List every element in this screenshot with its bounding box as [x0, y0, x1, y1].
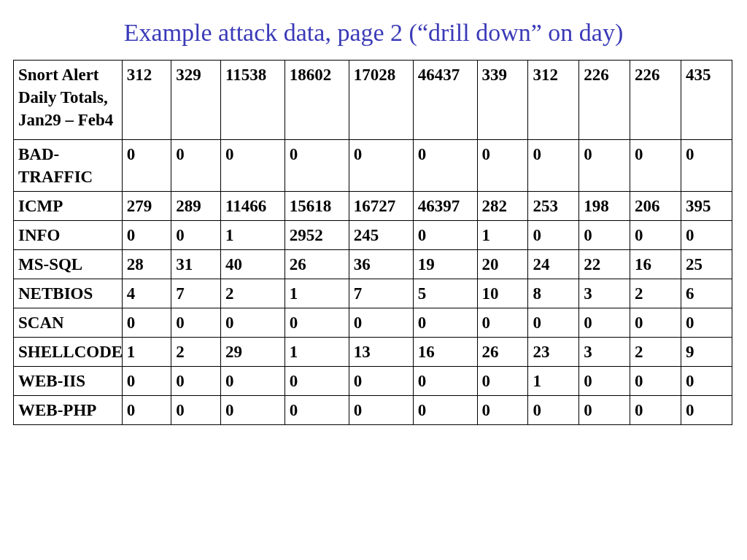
data-cell: 7	[349, 279, 413, 308]
data-cell: 0	[349, 140, 413, 192]
data-cell: 0	[528, 396, 579, 425]
data-cell: 16	[630, 250, 681, 279]
data-cell: 0	[285, 367, 349, 396]
row-label-cell: NETBIOS	[14, 279, 123, 308]
header-value-cell: 18602	[285, 61, 349, 140]
data-cell: 0	[579, 396, 630, 425]
data-cell: 0	[630, 308, 681, 338]
data-cell: 0	[220, 308, 285, 338]
table-row: SHELLCODE1229113162623329	[14, 338, 732, 367]
data-cell: 16	[413, 338, 477, 367]
data-cell: 206	[630, 192, 681, 221]
header-value-cell: 17028	[349, 61, 413, 140]
data-cell: 29	[220, 338, 285, 367]
data-cell: 0	[413, 308, 477, 338]
data-cell: 0	[122, 396, 171, 425]
data-cell: 25	[681, 250, 732, 279]
data-cell: 0	[579, 140, 630, 192]
data-cell: 1	[528, 367, 579, 396]
data-cell: 0	[171, 367, 221, 396]
data-cell: 0	[528, 308, 579, 338]
data-cell: 0	[681, 308, 732, 338]
data-cell: 198	[579, 192, 630, 221]
data-cell: 13	[349, 338, 413, 367]
data-cell: 4	[122, 279, 171, 308]
header-value-cell: 435	[681, 61, 732, 140]
header-value-cell: 226	[579, 61, 630, 140]
data-cell: 40	[220, 250, 285, 279]
data-cell: 6	[681, 279, 732, 308]
header-value-cell: 312	[122, 61, 171, 140]
data-cell: 0	[122, 308, 171, 338]
data-cell: 1	[477, 221, 528, 250]
data-cell: 1	[220, 221, 285, 250]
header-value-cell: 339	[477, 61, 528, 140]
data-cell: 0	[220, 140, 285, 192]
data-cell: 0	[579, 308, 630, 338]
row-label-cell: BAD-TRAFFIC	[14, 140, 123, 192]
data-cell: 0	[122, 221, 171, 250]
data-cell: 0	[122, 367, 171, 396]
data-cell: 253	[528, 192, 579, 221]
table-row: MS-SQL2831402636192024221625	[14, 250, 732, 279]
row-label-cell: WEB-IIS	[14, 367, 123, 396]
data-cell: 1	[285, 279, 349, 308]
data-cell: 15618	[285, 192, 349, 221]
table-row: NETBIOS472175108326	[14, 279, 732, 308]
data-cell: 289	[171, 192, 221, 221]
data-cell: 0	[477, 367, 528, 396]
data-cell: 11466	[220, 192, 285, 221]
row-label-cell: ICMP	[14, 192, 123, 221]
data-cell: 1	[122, 338, 171, 367]
data-cell: 19	[413, 250, 477, 279]
data-cell: 0	[413, 221, 477, 250]
data-cell: 0	[681, 396, 732, 425]
data-cell: 26	[285, 250, 349, 279]
data-cell: 2	[171, 338, 221, 367]
header-value-cell: 329	[171, 61, 221, 140]
data-cell: 0	[171, 308, 221, 338]
data-cell: 0	[681, 140, 732, 192]
data-cell: 46397	[413, 192, 477, 221]
data-cell: 0	[285, 396, 349, 425]
data-cell: 0	[220, 396, 285, 425]
table-row: SCAN00000000000	[14, 308, 732, 338]
data-cell: 2	[630, 279, 681, 308]
data-cell: 0	[220, 367, 285, 396]
data-cell: 0	[630, 140, 681, 192]
data-cell: 0	[681, 221, 732, 250]
data-cell: 0	[528, 221, 579, 250]
data-cell: 395	[681, 192, 732, 221]
data-cell: 28	[122, 250, 171, 279]
data-cell: 0	[579, 367, 630, 396]
header-value-cell: 11538	[220, 61, 285, 140]
row-label-cell: MS-SQL	[14, 250, 123, 279]
data-cell: 0	[349, 396, 413, 425]
data-cell: 0	[171, 221, 221, 250]
data-cell: 0	[349, 367, 413, 396]
header-value-cell: 46437	[413, 61, 477, 140]
data-cell: 0	[477, 308, 528, 338]
data-cell: 0	[349, 308, 413, 338]
data-cell: 7	[171, 279, 221, 308]
data-cell: 0	[285, 140, 349, 192]
header-label-cell: Snort Alert Daily Totals, Jan29 – Feb4	[14, 61, 123, 140]
data-cell: 0	[413, 140, 477, 192]
table-row: INFO0012952245010000	[14, 221, 732, 250]
data-cell: 0	[285, 308, 349, 338]
row-label-cell: WEB-PHP	[14, 396, 123, 425]
data-cell: 0	[413, 396, 477, 425]
data-cell: 36	[349, 250, 413, 279]
row-label-cell: INFO	[14, 221, 123, 250]
data-cell: 0	[122, 140, 171, 192]
data-cell: 2	[630, 338, 681, 367]
data-cell: 0	[171, 140, 221, 192]
data-cell: 16727	[349, 192, 413, 221]
table-row: WEB-IIS00000001000	[14, 367, 732, 396]
data-cell: 0	[171, 396, 221, 425]
data-cell: 0	[413, 367, 477, 396]
slide: Example attack data, page 2 (“drill down…	[0, 0, 747, 425]
data-cell: 10	[477, 279, 528, 308]
table-row: BAD-TRAFFIC00000000000	[14, 140, 732, 192]
data-cell: 0	[528, 140, 579, 192]
